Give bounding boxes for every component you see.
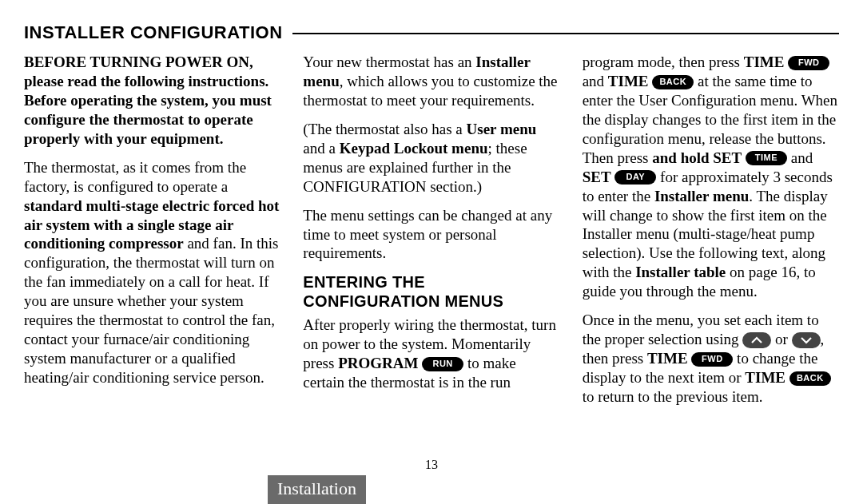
menu-settings-paragraph: The menu settings can be changed at any …	[303, 206, 559, 264]
text: and	[583, 73, 608, 89]
manual-page: INSTALLER CONFIGURATION BEFORE TURNING P…	[0, 0, 863, 504]
back-button-icon: BACK	[652, 75, 694, 89]
fwd-button-icon: FWD	[788, 56, 829, 70]
text-bold: Keypad Lockout menu	[340, 140, 488, 157]
subheading-entering-menus: ENTERING THE CONFIGURATION MENUS	[303, 272, 559, 311]
intro-warning-text: BEFORE TURNING POWER ON, please read the…	[24, 54, 272, 147]
factory-config-paragraph: The thermostat, as it comes from the fac…	[24, 158, 280, 387]
text-bold: User menu	[467, 121, 537, 137]
text: , which allows you to custom­ize the the…	[303, 73, 557, 109]
text-bold: TIME	[608, 73, 649, 89]
text-bold: Installer menu	[654, 188, 749, 204]
day-button-icon: DAY	[614, 170, 656, 185]
text: and	[791, 149, 813, 166]
text-bold: Installer table	[635, 264, 726, 280]
section-title: INSTALLER CONFIGURATION	[24, 22, 283, 43]
other-menus-paragraph: (The thermostat also has a User menu and…	[303, 120, 559, 196]
run-button-icon: RUN	[422, 357, 463, 371]
body-columns: BEFORE TURNING POWER ON, please read the…	[24, 53, 839, 407]
text: and fan. In this configuration, the ther…	[24, 235, 278, 386]
text: and a	[303, 140, 339, 157]
text: (The thermostat also has a	[303, 121, 466, 137]
text-bold: SET	[583, 169, 611, 185]
text-bold: TIME	[745, 369, 785, 386]
page-number: 13	[0, 458, 863, 472]
fwd-button-icon: FWD	[691, 352, 733, 367]
installer-menu-paragraph: Your new thermostat has an Installer men…	[303, 53, 559, 110]
section-header: INSTALLER CONFIGURATION	[24, 22, 839, 43]
down-arrow-icon	[792, 332, 821, 348]
section-rule	[292, 33, 839, 34]
text: then press	[678, 54, 743, 70]
text: Your new thermostat has an	[303, 54, 475, 70]
section-tab: Installation	[268, 475, 366, 504]
text-bold: TIME	[647, 350, 688, 367]
navigate-menu-paragraph: Once in the menu, you set each item to t…	[583, 311, 839, 407]
text-bold: TIME	[744, 54, 785, 70]
text: The thermostat, as it comes from the fac…	[24, 159, 246, 195]
up-arrow-icon	[742, 332, 771, 348]
text-bold: and hold SET	[652, 149, 742, 166]
back-button-icon: BACK	[789, 371, 831, 386]
time-button-icon: TIME	[746, 151, 787, 165]
intro-warning: BEFORE TURNING POWER ON, please read the…	[24, 53, 280, 149]
text: or	[771, 331, 791, 347]
text: to return to the previous item.	[583, 388, 763, 405]
text-bold: PROGRAM	[338, 355, 418, 371]
